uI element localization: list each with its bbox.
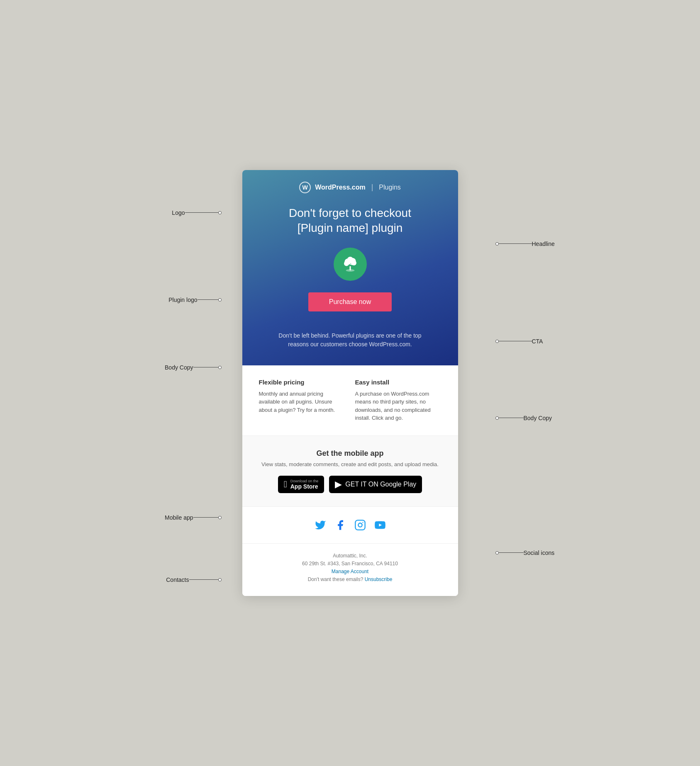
company-address: 60 29th St. #343, San Francisco, CA 9411… — [259, 560, 441, 568]
right-annotations: Headline CTA Body Copy Social icons — [495, 170, 578, 596]
ann-headline-dot — [495, 242, 499, 246]
wp-brand-name: WordPress.com — [315, 184, 366, 191]
ann-body-copy-left: Body Copy — [165, 364, 221, 371]
feature-2-title: Easy install — [355, 379, 441, 386]
app-buttons:  Download on the App Store ▶ GET IT ON … — [259, 476, 441, 493]
ann-headline-label: Headline — [532, 241, 555, 247]
google-play-small-text: GET IT ON — [345, 481, 378, 488]
hero-headline: Don't forget to checkout [Plugin name] p… — [259, 206, 441, 236]
ann-contacts: Contacts — [166, 576, 221, 583]
feature-easy-install: Easy install A purchase on WordPress.com… — [355, 379, 441, 422]
ann-body-copy-left-line — [193, 367, 218, 367]
ann-social-label: Social icons — [524, 550, 555, 556]
ann-contacts-label: Contacts — [166, 576, 189, 583]
ann-plugin-logo-dot — [218, 298, 222, 302]
company-name: Automattic, Inc. — [259, 552, 441, 560]
instagram-link[interactable] — [354, 518, 367, 532]
svg-rect-9 — [355, 520, 365, 530]
social-section — [242, 507, 458, 544]
feature-1-body: Monthly and annual pricing available on … — [259, 390, 345, 414]
twitter-link[interactable] — [314, 518, 327, 532]
ann-body-copy-left-label: Body Copy — [165, 364, 193, 371]
apple-icon:  — [284, 479, 287, 490]
ann-plugin-logo-line — [198, 299, 218, 300]
manage-account-line: Manage Account — [259, 568, 441, 576]
ann-logo-dot — [218, 211, 222, 214]
ann-mobile-app-label: Mobile app — [165, 514, 193, 521]
app-store-text: Download on the App Store — [290, 479, 319, 490]
page-container: Logo Plugin logo Body Copy Mobile app Co… — [122, 170, 578, 596]
social-icons-row — [259, 518, 441, 532]
ann-body-copy-right-label: Body Copy — [524, 415, 552, 421]
ann-plugin-logo: Plugin logo — [168, 297, 221, 303]
app-store-large-text: App Store — [290, 483, 319, 490]
email-card: W WordPress.com | Plugins Don't forget t… — [242, 170, 458, 596]
svg-point-7 — [344, 261, 349, 266]
wp-logo-w: W — [302, 184, 308, 191]
ann-logo-line — [185, 212, 218, 213]
email-hero: W WordPress.com | Plugins Don't forget t… — [242, 170, 458, 365]
ann-logo-label: Logo — [172, 209, 185, 216]
ann-contacts-line — [189, 579, 218, 580]
left-annotations: Logo Plugin logo Body Copy Mobile app Co… — [122, 170, 222, 596]
features-grid: Flexible pricing Monthly and annual pric… — [259, 379, 441, 422]
google-play-button[interactable]: ▶ GET IT ON Google Play — [329, 476, 422, 493]
purchase-now-button[interactable]: Purchase now — [308, 292, 392, 311]
ann-body-copy-right-ann: Body Copy — [495, 415, 552, 421]
feature-2-body: A purchase on WordPress.com means no thi… — [355, 390, 441, 422]
headline-line1: Don't forget to checkout — [289, 207, 411, 219]
features-section: Flexible pricing Monthly and annual pric… — [242, 365, 458, 436]
ann-mobile-app-line — [193, 517, 218, 518]
facebook-icon — [334, 519, 346, 531]
youtube-icon — [374, 519, 386, 531]
youtube-link[interactable] — [373, 518, 387, 532]
facebook-link[interactable] — [334, 518, 347, 532]
ann-social-dot — [495, 551, 499, 554]
unsubscribe-line: Don't want these emails? Unsubscribe — [259, 576, 441, 584]
email-header: W WordPress.com | Plugins — [259, 182, 441, 193]
plugin-logo-circle — [334, 248, 367, 281]
wp-logo-circle: W — [299, 182, 311, 193]
ann-cta-right: CTA — [495, 338, 543, 345]
svg-rect-1 — [349, 266, 351, 270]
ann-social-line — [499, 552, 524, 553]
wp-plugins-label: Plugins — [379, 184, 400, 191]
center-content: W WordPress.com | Plugins Don't forget t… — [242, 170, 458, 596]
ann-body-copy-right-line — [499, 418, 524, 418]
footer-section: Automattic, Inc. 60 29th St. #343, San F… — [242, 544, 458, 596]
svg-point-8 — [351, 260, 356, 265]
wp-divider: | — [371, 183, 373, 192]
google-play-icon: ▶ — [335, 479, 342, 490]
google-play-large-text: Google Play — [380, 481, 416, 488]
mobile-app-description: View stats, moderate comments, create an… — [259, 461, 441, 467]
manage-account-link[interactable]: Manage Account — [332, 569, 368, 574]
ann-mobile-app-dot — [218, 516, 222, 519]
hero-body-copy: Don't be left behind. Powerful plugins a… — [278, 331, 423, 349]
unsubscribe-link[interactable]: Unsubscribe — [365, 576, 393, 582]
unsubscribe-prefix: Don't want these emails? — [308, 576, 363, 582]
headline-line2: [Plugin name] plugin — [298, 221, 403, 234]
ann-headline-line — [499, 243, 532, 244]
ann-plugin-logo-label: Plugin logo — [168, 297, 197, 303]
app-store-button[interactable]:  Download on the App Store — [278, 476, 324, 493]
ann-body-copy-right-dot — [495, 416, 499, 420]
ann-contacts-dot — [218, 578, 222, 581]
mobile-app-section: Get the mobile app View stats, moderate … — [242, 436, 458, 507]
plugin-logo-icon — [340, 254, 360, 274]
feature-1-title: Flexible pricing — [259, 379, 345, 386]
ann-body-copy-left-dot — [218, 366, 222, 369]
google-play-text: GET IT ON Google Play — [345, 481, 416, 488]
feature-flexible-pricing: Flexible pricing Monthly and annual pric… — [259, 379, 345, 422]
ann-headline-right: Headline — [495, 241, 555, 247]
ann-cta-label: CTA — [532, 338, 543, 345]
app-store-small-text: Download on the — [290, 479, 319, 483]
ann-cta-line — [499, 341, 532, 341]
ann-social-right: Social icons — [495, 550, 555, 556]
mobile-app-title: Get the mobile app — [259, 449, 441, 458]
ann-logo: Logo — [172, 209, 221, 216]
twitter-icon — [315, 519, 326, 531]
instagram-icon — [354, 519, 366, 531]
ann-cta-dot — [495, 340, 499, 343]
ann-mobile-app: Mobile app — [165, 514, 222, 521]
